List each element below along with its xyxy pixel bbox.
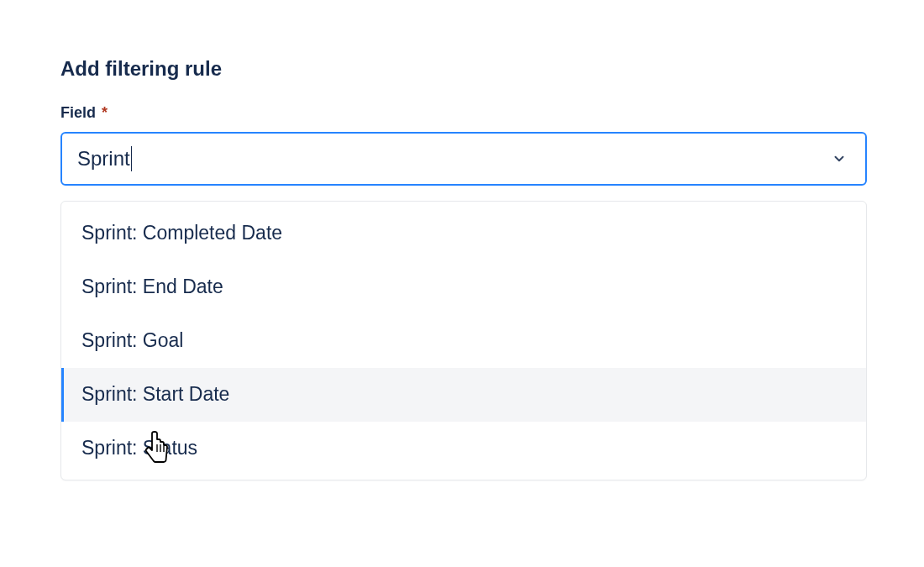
required-indicator: *	[102, 104, 108, 121]
chevron-down-icon[interactable]	[825, 144, 853, 173]
dropdown-option[interactable]: Sprint: Completed Date	[61, 207, 866, 260]
modal-heading: Add filtering rule	[60, 57, 864, 81]
text-caret	[131, 146, 132, 171]
field-select-value: Sprint	[77, 147, 130, 171]
dropdown-option[interactable]: Sprint: Goal	[61, 314, 866, 368]
field-label-row: Field *	[60, 104, 864, 122]
field-select[interactable]: Sprint	[60, 132, 867, 186]
dropdown-option[interactable]: Sprint: End Date	[61, 260, 866, 314]
field-label: Field	[60, 104, 96, 121]
field-dropdown: Sprint: Completed DateSprint: End DateSp…	[60, 201, 867, 480]
dropdown-option[interactable]: Sprint: Start Date	[61, 368, 866, 422]
dropdown-option[interactable]: Sprint: Status	[61, 422, 866, 475]
